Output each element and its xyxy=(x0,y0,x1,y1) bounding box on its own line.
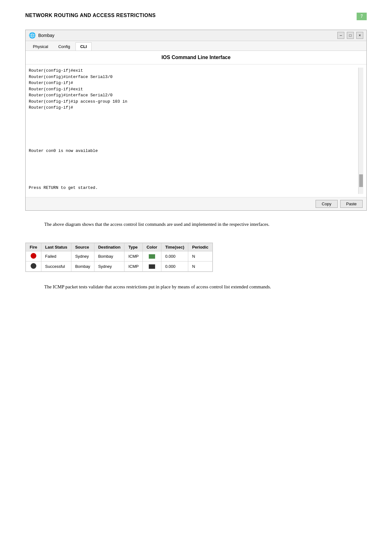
col-source: Source xyxy=(71,243,94,251)
cli-text-area[interactable]: Router(config-if)#exit Router(config)#in… xyxy=(29,68,358,194)
col-fire: Fire xyxy=(26,243,41,251)
col-type: Type xyxy=(124,243,143,251)
ping-table: Fire Last Status Source Destination Type… xyxy=(26,243,213,272)
fire-dot xyxy=(31,263,36,269)
time-cell: 0.000 xyxy=(161,251,188,262)
color-cell xyxy=(142,251,161,262)
paragraph-1: The above diagram shows that the access … xyxy=(25,220,367,229)
type-cell: ICMP xyxy=(124,262,143,272)
fire-dot xyxy=(31,253,36,259)
last-status-cell: Successful xyxy=(41,262,71,272)
fire-cell xyxy=(26,262,41,272)
window-titlebar: 🌐 Bombay – □ × xyxy=(26,30,366,41)
col-destination: Destination xyxy=(94,243,124,251)
source-cell: Bombay xyxy=(71,262,94,272)
close-button[interactable]: × xyxy=(356,32,363,39)
destination-cell: Sydney xyxy=(94,262,124,272)
paragraph-2: The ICMP packet tests validate that acce… xyxy=(25,283,367,291)
table-row: FailedSydneyBombayICMP0.000N xyxy=(26,251,213,262)
destination-cell: Bombay xyxy=(94,251,124,262)
cli-scrollbar[interactable] xyxy=(358,68,363,194)
minimize-button[interactable]: – xyxy=(337,32,344,39)
paste-button[interactable]: Paste xyxy=(340,200,363,208)
col-color: Color xyxy=(142,243,161,251)
last-status-cell: Failed xyxy=(41,251,71,262)
periodic-cell: N xyxy=(188,262,212,272)
time-cell: 0.000 xyxy=(161,262,188,272)
maximize-button[interactable]: □ xyxy=(347,32,354,39)
cli-body: Router(config-if)#exit Router(config)#in… xyxy=(26,64,366,197)
color-box xyxy=(149,264,155,269)
cli-interface-title: IOS Command Line Interface xyxy=(26,51,366,64)
router-icon: 🌐 xyxy=(29,32,36,39)
color-cell xyxy=(142,262,161,272)
tab-bar: Physical Config CLI xyxy=(26,41,366,51)
type-cell: ICMP xyxy=(124,251,143,262)
window-controls: – □ × xyxy=(337,32,363,39)
tab-cli[interactable]: CLI xyxy=(75,42,92,51)
tab-physical[interactable]: Physical xyxy=(28,42,53,51)
col-periodic: Periodic xyxy=(188,243,212,251)
col-last-status: Last Status xyxy=(41,243,71,251)
window-title-left: 🌐 Bombay xyxy=(29,32,54,39)
ping-table-container: Fire Last Status Source Destination Type… xyxy=(25,243,213,272)
page-number: 7 xyxy=(357,13,367,20)
window-title: Bombay xyxy=(38,33,54,38)
source-cell: Sydney xyxy=(71,251,94,262)
scrollbar-thumb xyxy=(359,174,363,187)
page-header: NETWORK ROUTING AND ACCESS RESTRICTIONS … xyxy=(25,13,367,20)
copy-button[interactable]: Copy xyxy=(316,200,338,208)
cisco-window: 🌐 Bombay – □ × Physical Config CLI IOS C… xyxy=(25,30,367,211)
table-row: SuccessfulBombaySydneyICMP0.000N xyxy=(26,262,213,272)
tab-config[interactable]: Config xyxy=(53,42,75,51)
page-title: NETWORK ROUTING AND ACCESS RESTRICTIONS xyxy=(25,13,156,18)
cli-footer: Copy Paste xyxy=(26,197,366,210)
periodic-cell: N xyxy=(188,251,212,262)
table-header-row: Fire Last Status Source Destination Type… xyxy=(26,243,213,251)
col-time: Time(sec) xyxy=(161,243,188,251)
color-box xyxy=(149,254,155,259)
fire-cell xyxy=(26,251,41,262)
